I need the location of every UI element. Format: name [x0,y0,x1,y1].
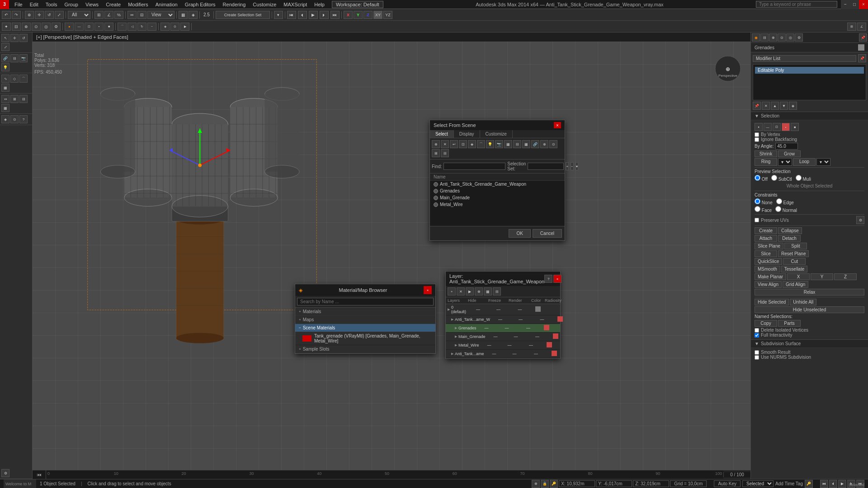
layer-new-btn[interactable]: + [448,287,456,296]
poly-icon-btn[interactable]: ▪ [782,123,790,131]
menu-graph-editors[interactable]: Graph Editors [181,1,219,8]
key-filter-btn[interactable]: 🔑 [805,480,813,488]
none-radio[interactable] [755,198,760,204]
hierarchy-icon[interactable]: ⊕ [769,33,777,42]
make-planar-btn[interactable]: Make Planar [755,273,786,280]
grid-align-btn[interactable]: Grid Align [783,281,808,288]
layer-help-btn[interactable]: ? [544,275,552,283]
select-item-1[interactable]: Grenades [430,188,565,194]
menu-tools[interactable]: Tools [42,1,61,8]
quick-slice-btn[interactable]: QuickSlice [755,258,782,265]
filter-dropdown[interactable]: All [68,11,90,19]
undo-btn[interactable]: ↶ [2,11,11,19]
snap-btn[interactable]: ⊞ [94,11,104,19]
next-frame-btn[interactable]: ⏵ [320,11,329,19]
utilities-panel-btn[interactable]: ⚙ [52,23,61,31]
msmooth-btn[interactable]: MSmooth [755,266,780,272]
sidebar-light[interactable]: 💡 [1,63,9,71]
loop-dropdown[interactable]: ▾ [816,158,830,166]
hide-selected-btn[interactable]: Hide Selected [755,299,789,305]
sidebar-rotate[interactable]: ↺ [19,34,28,42]
xy-axis-btn[interactable]: XY [373,11,382,19]
sidebar-link[interactable]: 🔗 [1,54,9,62]
menu-animation[interactable]: Animation [152,1,181,8]
bend-btn[interactable]: ⌒ [118,23,127,31]
modify-icon[interactable]: ⊟ [760,33,769,42]
use-nurms-checkbox[interactable] [755,355,759,360]
x-axis-btn[interactable]: X [344,11,353,19]
layer-row-2[interactable]: ▶ Grenades — — — [446,324,560,333]
cut-btn[interactable]: Cut [783,258,806,265]
reset-plane-btn[interactable]: Reset Plane [778,250,809,257]
collapse-btn[interactable]: Collapse [778,227,802,234]
mirror-btn[interactable]: ⇔ [127,11,137,19]
timeline-bar[interactable]: 0 10 20 30 40 50 60 70 80 90 100 [46,470,723,479]
z-planar-btn[interactable]: Z [834,273,857,280]
loop-btn[interactable]: Loop [793,158,816,166]
smooth-result-checkbox[interactable] [755,350,759,355]
z-axis-btn[interactable]: Z [363,11,373,19]
layer-btn[interactable]: ▦ [179,11,188,19]
layer-collapse-btn[interactable]: ⊟ [493,287,501,296]
select-item-3[interactable]: Metal_Wire [430,201,565,208]
sidebar-help[interactable]: ? [19,115,28,123]
mat-section-materials[interactable]: + Materials [295,308,435,316]
make-unique-btn[interactable]: ◈ [789,102,797,110]
modify-panel-btn[interactable]: ⊟ [12,23,21,31]
ignore-backfacing-checkbox[interactable] [755,137,759,142]
select-list[interactable]: Anti_Tank_Stick_Grenade_Game_Weapon Gren… [430,181,565,226]
last-frame-btn[interactable]: ⏭ [330,11,340,19]
copy-ns-btn[interactable]: Copy [755,320,777,327]
y-planar-btn[interactable]: Y [811,273,833,280]
mat-search-input[interactable] [297,298,434,305]
hierarchy-panel-btn[interactable]: ⊕ [22,23,31,31]
edge-radio[interactable] [776,198,782,204]
remove-modifier-btn[interactable]: ✕ [762,102,770,110]
by-angle-input[interactable] [775,143,798,150]
menu-group[interactable]: Group [61,1,82,8]
utilities-icon[interactable]: ⚙ [795,33,803,42]
sd-icon9[interactable]: ▦ [504,140,512,148]
sidebar-render2[interactable]: ⊙ [10,115,19,123]
play-status-btn[interactable]: ▶ [838,480,846,488]
sd-icon3[interactable]: ↩ [450,140,458,148]
mat-section-maps[interactable]: + Maps [295,316,435,324]
select-tab[interactable]: Select [430,130,454,138]
edge-icon-btn[interactable]: — [764,123,772,131]
find-input[interactable] [443,163,505,170]
layer-expand-btn[interactable]: ▦ [484,287,492,296]
add-time-tag-btn[interactable]: Add Time Tag [775,481,803,486]
unhide-all-btn[interactable]: Unhide All [790,299,816,305]
first-frame-btn[interactable]: ⏮ [287,11,296,19]
menu-edit[interactable]: Edit [26,1,42,8]
move-down-btn[interactable]: ▼ [780,102,788,110]
by-vertex-checkbox[interactable] [755,132,759,137]
viewport-gizmo[interactable]: ⊕ Perspective [714,55,741,82]
selection-header[interactable]: ▼ Selection [751,112,868,120]
create-btn[interactable]: Create [755,227,777,234]
preserve-uvs-checkbox[interactable] [755,218,759,222]
sidebar-array[interactable]: ⊟ [19,95,28,103]
subobj-edge-btn[interactable]: — [75,23,84,31]
named-selections-btn[interactable]: ▾ [274,11,283,19]
face-radio[interactable] [755,206,760,212]
viewport-content[interactable]: Total Polys: 3,636 Verts: 318 FPS: 450,4… [33,42,750,470]
layer-delete-btn[interactable]: ✕ [457,287,465,296]
sidebar-curve[interactable]: ∿ [1,75,9,83]
subobj-vertex-btn[interactable]: ● [65,23,74,31]
ring-btn[interactable]: Ring [755,158,777,166]
select-btn[interactable]: ⊕ [25,11,34,19]
play-btn[interactable]: ▶ [309,11,318,19]
pin-stack-btn[interactable]: 📌 [753,102,761,110]
shrink-btn[interactable]: Shrink [755,150,777,157]
menu-customize[interactable]: Customize [249,1,280,8]
render-btn[interactable]: ▶ [180,23,189,31]
coord-icon[interactable]: ⊕ [532,480,540,488]
y-axis-btn[interactable]: Y [354,11,363,19]
create-selection-set-btn[interactable]: Create Selection Set [216,11,270,19]
color-5[interactable] [547,351,561,357]
sidebar-select[interactable]: ↖ [1,34,9,42]
normal-radio[interactable] [775,206,781,212]
sidebar-editable[interactable]: ▦ [1,84,9,92]
move-up-btn[interactable]: ▲ [771,102,779,110]
